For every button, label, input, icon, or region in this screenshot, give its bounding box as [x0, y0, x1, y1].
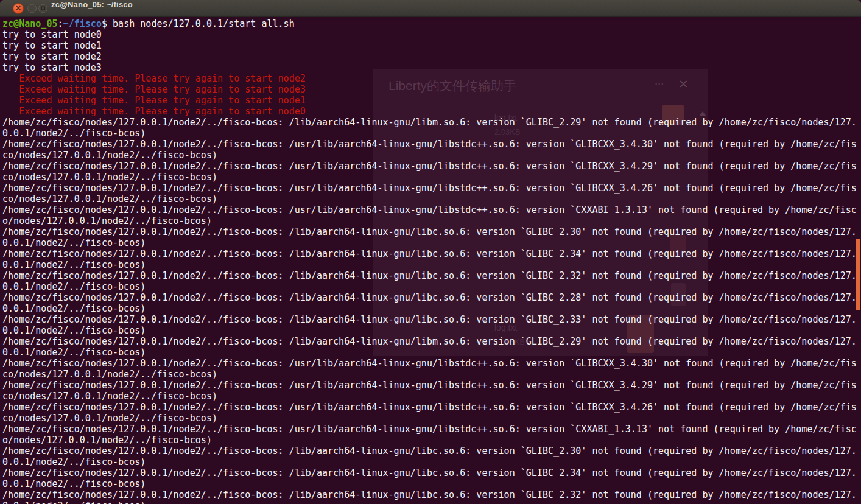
terminal-line: try to start node3	[2, 62, 861, 73]
terminal-line: 0.0.1/node2/../fisco-bcos)	[2, 347, 861, 358]
terminal-line: /home/zc/fisco/nodes/127.0.0.1/node2/../…	[2, 183, 861, 194]
terminal-line: try to start node2	[2, 51, 861, 62]
terminal-window: ✕ — zc@Nano_05: ~/fisco Liberty的文件传输助手 ·…	[0, 0, 861, 504]
terminal-line: /home/zc/fisco/nodes/127.0.0.1/node2/../…	[2, 248, 861, 259]
terminal-line: /home/zc/fisco/nodes/127.0.0.1/node2/../…	[2, 226, 861, 237]
terminal-line: Exceed waiting time. Please try again to…	[2, 106, 861, 117]
terminal-line: co/nodes/127.0.0.1/node2/../fisco-bcos)	[2, 194, 861, 205]
terminal-line: co/nodes/127.0.0.1/node2/../fisco-bcos)	[2, 413, 861, 424]
terminal-line: /home/zc/fisco/nodes/127.0.0.1/node2/../…	[2, 489, 861, 500]
terminal-line: /home/zc/fisco/nodes/127.0.0.1/node2/../…	[2, 467, 861, 478]
terminal-line: 0.0.1/node2/../fisco-bcos)	[2, 259, 861, 270]
terminal-line: /home/zc/fisco/nodes/127.0.0.1/node2/../…	[2, 380, 861, 391]
scrollbar-thumb[interactable]	[856, 239, 860, 310]
terminal-line: /home/zc/fisco/nodes/127.0.0.1/node2/../…	[2, 161, 861, 172]
terminal-screen[interactable]: Liberty的文件传输助手 ··· × log.txt 2.03KB log.…	[0, 17, 861, 504]
minimize-icon: —	[29, 5, 35, 11]
terminal-line: o/nodes/127.0.0.1/node2/../fisco-bcos)	[2, 435, 861, 446]
terminal-line: 0.0.1/node2/../fisco-bcos)	[2, 500, 861, 504]
terminal-line: o/nodes/127.0.0.1/node2/../fisco-bcos)	[2, 215, 861, 226]
terminal-line: Exceed waiting time. Please try again to…	[2, 73, 861, 84]
terminal-line: zc@Nano_05:~/fisco$ bash nodes/127.0.0.1…	[2, 18, 861, 29]
terminal-line: co/nodes/127.0.0.1/node2/../fisco-bcos)	[2, 150, 861, 161]
scrollbar[interactable]	[855, 17, 861, 504]
terminal-line: /home/zc/fisco/nodes/127.0.0.1/node2/../…	[2, 270, 861, 281]
maximize-button[interactable]	[38, 4, 47, 13]
terminal-line: try to start node0	[2, 29, 861, 40]
terminal-line: co/nodes/127.0.0.1/node2/../fisco-bcos)	[2, 369, 861, 380]
terminal-line: Exceed waiting time. Please try again to…	[2, 95, 861, 106]
terminal-line: co/nodes/127.0.0.1/node2/../fisco-bcos)	[2, 391, 861, 402]
terminal-line: /home/zc/fisco/nodes/127.0.0.1/node2/../…	[2, 402, 861, 413]
minimize-button[interactable]: —	[27, 4, 37, 13]
terminal-line: /home/zc/fisco/nodes/127.0.0.1/node2/../…	[2, 205, 861, 215]
terminal-line: /home/zc/fisco/nodes/127.0.0.1/node2/../…	[2, 139, 861, 150]
terminal-output: zc@Nano_05:~/fisco$ bash nodes/127.0.0.1…	[0, 17, 861, 504]
terminal-line: 0.0.1/node2/../fisco-bcos)	[2, 237, 861, 248]
window-title: zc@Nano_05: ~/fisco	[51, 0, 133, 17]
terminal-line: Exceed waiting time. Please try again to…	[2, 84, 861, 95]
terminal-line: /home/zc/fisco/nodes/127.0.0.1/node2/../…	[2, 292, 861, 303]
terminal-line: try to start node1	[2, 40, 861, 51]
terminal-line: /home/zc/fisco/nodes/127.0.0.1/node2/../…	[2, 424, 861, 435]
close-button[interactable]: ✕	[13, 3, 24, 14]
terminal-line: co/nodes/127.0.0.1/node2/../fisco-bcos)	[2, 172, 861, 183]
terminal-line: 0.0.1/node2/../fisco-bcos)	[2, 303, 861, 314]
terminal-line: 0.0.1/node2/../fisco-bcos)	[2, 478, 861, 489]
terminal-line: /home/zc/fisco/nodes/127.0.0.1/node2/../…	[2, 117, 861, 128]
terminal-line: /home/zc/fisco/nodes/127.0.0.1/node2/../…	[2, 314, 861, 325]
terminal-line: 0.0.1/node2/../fisco-bcos)	[2, 325, 861, 336]
terminal-line: /home/zc/fisco/nodes/127.0.0.1/node2/../…	[2, 358, 861, 369]
terminal-line: /home/zc/fisco/nodes/127.0.0.1/node2/../…	[2, 446, 861, 457]
close-icon: ✕	[15, 5, 21, 12]
terminal-line: /home/zc/fisco/nodes/127.0.0.1/node2/../…	[2, 336, 861, 347]
maximize-icon	[41, 7, 45, 10]
window-titlebar: ✕ — zc@Nano_05: ~/fisco	[0, 0, 861, 17]
terminal-line: 0.0.1/node2/../fisco-bcos)	[2, 457, 861, 467]
terminal-line: 0.0.1/node2/../fisco-bcos)	[2, 128, 861, 139]
terminal-line: 0.0.1/node2/../fisco-bcos)	[2, 281, 861, 292]
